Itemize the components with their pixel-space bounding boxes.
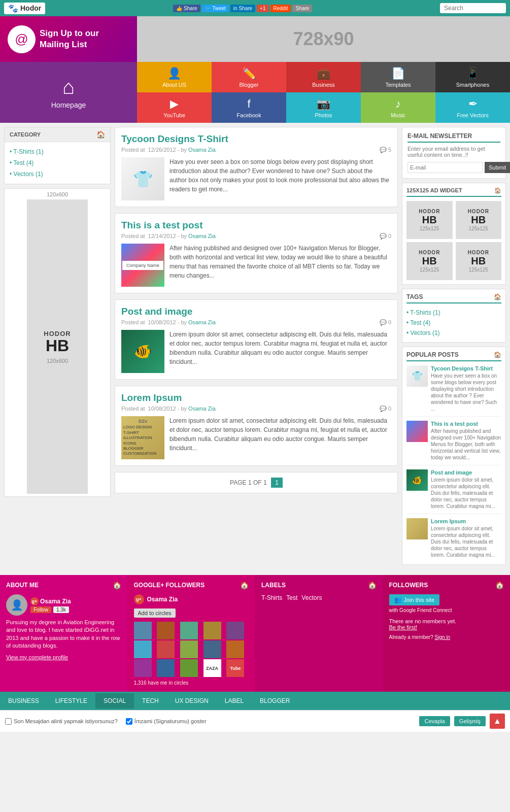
nav-photos[interactable]: 📷 Photos [286,92,361,123]
reddit-share-button[interactable]: Reddit [270,5,291,12]
gplus-photo-1[interactable] [134,622,152,639]
footer-tab-business[interactable]: BUSINESS [0,693,47,708]
category-widget: CATEGORY 🏠 • T-Shirts (1) • Test (4) • V… [4,127,111,184]
nav-facebook[interactable]: f Facebook [212,92,286,123]
join-button[interactable]: 👥 Join this site [389,594,440,605]
post-image-title[interactable]: Post and image [121,306,391,317]
fb-share-button[interactable]: 👍 Share [173,5,200,12]
popular-item-3[interactable]: 🐠 Post and image Lorem ipsum dolor sit a… [406,469,501,514]
tag-item-vectors[interactable]: • Vectors (1) [406,328,501,338]
scroll-top-button[interactable]: ▲ [490,714,505,729]
category-item-tshirts[interactable]: • T-Shirts (1) [10,146,105,157]
gp-share-button[interactable]: +1 [257,5,268,12]
sign-in-link[interactable]: Sign in [435,634,451,640]
post-image-comments[interactable]: 💬 0 [380,319,391,326]
gplus-photo-3[interactable] [180,622,198,639]
popular-item-1[interactable]: 👕 Tycoon Designs T-Shirt Have you ever s… [406,365,501,417]
email-input[interactable] [407,162,483,173]
checkbox-signature[interactable]: İmzami (Signaturumu) goster [126,718,207,725]
nav-business[interactable]: 💼 Business [286,62,361,92]
footer-about-icon: 🏠 [113,581,121,589]
tag-item-tshirts[interactable]: • T-Shirts (1) [406,308,501,318]
li-share-button[interactable]: in Share [230,5,255,12]
footer-about: ABOUT ME 🏠 👤 g+ Osama Zia Follow 1.3k Pu… [0,575,127,692]
nav-freevectors[interactable]: ✒ Free Vectors [435,92,510,123]
ad-120x600-block[interactable]: HODOR HB 120x600 [27,199,88,494]
nav-about[interactable]: 👤 About US [137,62,212,92]
gplus-photo-8[interactable] [180,640,198,658]
nav-photos-icon: 📷 [317,97,330,111]
nav-home[interactable]: ⌂ Homepage [0,62,137,123]
post-tshirt: Tycoon Designs T-Shirt Posted at 12/26/2… [115,127,398,207]
footer-tab-tech[interactable]: TECH [134,693,167,708]
category-item-test[interactable]: • Test (4) [10,157,105,168]
gplus-photo-9[interactable] [203,640,221,658]
tags-widget: TAGS 🏠 • T-Shirts (1) • Test (4) • Vecto… [402,289,506,343]
post-tshirt-title[interactable]: Tycoon Designs T-Shirt [121,133,391,145]
newsletter-submit-button[interactable]: Submit [485,162,510,173]
post-test-comments[interactable]: 💬 0 [380,233,391,240]
gplus-photo-10[interactable] [226,640,244,658]
footer-tab-label[interactable]: LABEL [217,693,252,708]
mailing-signup[interactable]: @ Sign Up to our Mailing List [0,16,137,62]
gplus-photo-tube[interactable]: Tube [226,659,244,677]
gplus-photo-5[interactable] [226,622,244,639]
reply-button[interactable]: Cevapla [419,716,450,726]
ad-125-2[interactable]: HODOR HB 125x125 [456,201,502,239]
nav-music[interactable]: ♪ Music [361,92,435,123]
profile-link[interactable]: View my complete profile [6,654,68,660]
post-lorem-comments[interactable]: 💬 0 [380,405,391,412]
gplus-photo-7[interactable] [157,640,175,658]
gplus-photo-13[interactable] [180,659,198,677]
checkbox-quotes[interactable]: Son Mesajdan alinti yapmak istiyorsunuz? [5,718,118,725]
gplus-photo-grid: ZAZA Tube [134,622,249,677]
footer-tab-social[interactable]: SOCIAL [95,693,134,708]
footer-tab-uxdesign[interactable]: UX DESIGN [167,693,217,708]
label-test[interactable]: Test [286,594,297,601]
gplus-photo-2[interactable] [157,622,175,639]
nav-templates[interactable]: 📄 Templates [361,62,435,92]
advanced-button[interactable]: Gelişmiş [454,716,486,726]
be-first-link[interactable]: Be the first! [389,624,504,630]
gplus-photo-12[interactable] [157,659,175,677]
gplus-photo-4[interactable] [203,622,221,639]
post-lorem-title[interactable]: Lorem Ipsum [121,392,391,403]
signature-checkbox[interactable] [126,718,132,725]
post-test-thumb[interactable]: Company Name [121,244,164,287]
gplus-photo-11[interactable] [134,659,152,677]
post-image-thumb[interactable]: 🐠 [121,330,164,373]
add-circles-button[interactable]: Add to circles [134,608,176,618]
gplus-photo-6[interactable] [134,640,152,658]
extra-share-button[interactable]: Share [292,5,312,12]
search-input[interactable] [440,3,506,13]
follow-button[interactable]: Follow [30,606,51,613]
follow-actions: Follow 1.3k [30,606,71,613]
label-tshirts[interactable]: T-Shirts [261,594,282,601]
nav-blogger[interactable]: ✏️ Blogger [212,62,286,92]
ad-125-3[interactable]: HODOR HB 125x125 [406,242,453,280]
tw-share-button[interactable]: 🐦 Tweet [202,5,229,12]
label-vectors[interactable]: Vectors [301,594,322,601]
post-test-title[interactable]: This is a test post [121,220,391,231]
post-tshirt-comments[interactable]: 💬 5 [380,147,391,153]
nav-youtube[interactable]: ▶ YouTube [137,92,212,123]
nav-smartphones[interactable]: 📱 Smartphones [435,62,510,92]
popular-item-2[interactable]: This is a test post After having publish… [406,421,501,465]
ad-125-4[interactable]: HODOR HB 125x125 [456,242,502,280]
nav-music-label: Music [391,112,405,118]
footer-tab-blogger[interactable]: BLOGGER [252,693,298,708]
post-tshirt-thumb[interactable]: 👕 [121,157,164,200]
ad-125-1[interactable]: HODOR HB 125x125 [406,201,453,239]
gplus-photo-zaza[interactable]: ZAZA [203,659,221,677]
post-lorem-thumb[interactable]: DZv LOGO DESIGNT-SHIRTILLUSTRATIONICONSB… [121,416,164,459]
header: 🐾 Hodor 👍 Share 🐦 Tweet in Share +1 Redd… [0,0,510,16]
tag-item-test[interactable]: • Test (4) [406,318,501,328]
nav-business-icon: 💼 [317,67,330,80]
pagination-page[interactable]: 1 [271,478,283,488]
popular-item-4[interactable]: Lorem Ipsum Lorem ipsum dolor sit amet, … [406,518,501,558]
logo[interactable]: 🐾 Hodor [4,3,45,14]
footer-tab-lifestyle[interactable]: LIFESTYLE [47,693,95,708]
no-members-text: There are no members yet. [389,618,504,624]
category-item-vectors[interactable]: • Vectors (1) [10,168,105,180]
quotes-checkbox[interactable] [5,718,12,725]
